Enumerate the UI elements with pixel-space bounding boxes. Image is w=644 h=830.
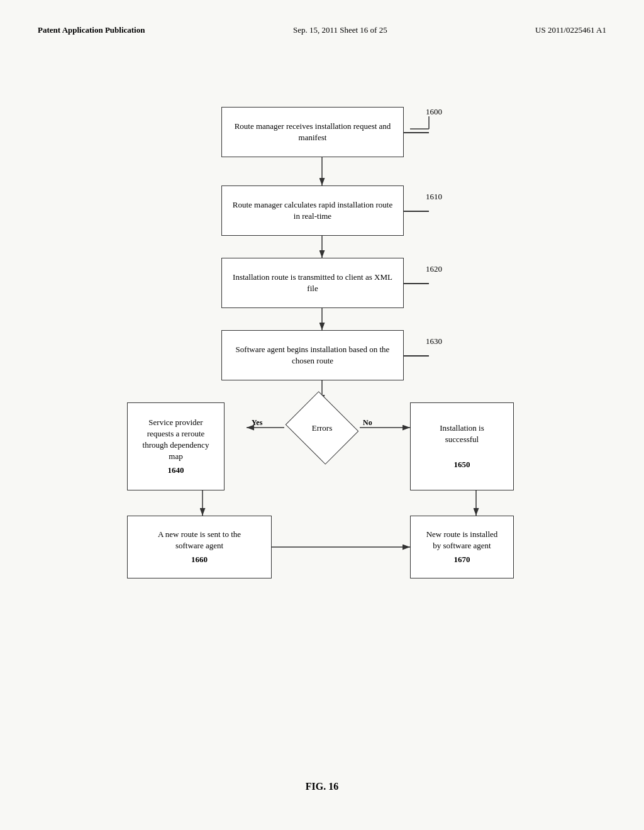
step-1600: 1600: [426, 107, 442, 117]
box-1610-label: Route manager calculates rapid installat…: [230, 199, 396, 222]
header-right: US 2011/0225461 A1: [535, 25, 606, 35]
box-1630: Software agent begins installation based…: [221, 330, 404, 380]
box-1640-label: Service providerrequests a reroutethroug…: [143, 417, 209, 477]
box-1670-label: New route is installedby software agent1…: [426, 529, 498, 566]
header: Patent Application Publication Sep. 15, …: [38, 25, 606, 35]
box-1660: A new route is sent to thesoftware agent…: [127, 516, 272, 578]
fig-caption: FIG. 16: [306, 781, 338, 792]
box-1660-label: A new route is sent to thesoftware agent…: [158, 529, 241, 566]
diagram: Route manager receives installation requ…: [77, 88, 567, 717]
box-1630-label: Software agent begins installation based…: [230, 344, 396, 367]
box-1650: Installation issuccessful1650: [410, 402, 514, 490]
box-1610: Route manager calculates rapid installat…: [221, 185, 404, 236]
no-label: No: [363, 418, 372, 428]
step-1630: 1630: [426, 336, 442, 346]
step-1620: 1620: [426, 264, 442, 274]
box-1640: Service providerrequests a reroutethroug…: [127, 402, 225, 490]
box-1620: Installation route is transmitted to cli…: [221, 258, 404, 308]
page: Patent Application Publication Sep. 15, …: [0, 0, 644, 830]
header-center: Sep. 15, 2011 Sheet 16 of 25: [293, 25, 387, 35]
box-1650-label: Installation issuccessful1650: [440, 423, 484, 471]
diamond-errors: Errors: [281, 401, 363, 455]
box-1600: Route manager receives installation requ…: [221, 107, 404, 157]
box-1670: New route is installedby software agent1…: [410, 516, 514, 578]
yes-label: Yes: [252, 418, 262, 428]
step-1610: 1610: [426, 192, 442, 202]
diamond-errors-label: Errors: [281, 401, 363, 455]
header-left: Patent Application Publication: [38, 25, 145, 35]
box-1620-label: Installation route is transmitted to cli…: [230, 272, 396, 294]
box-1600-label: Route manager receives installation requ…: [230, 121, 396, 143]
